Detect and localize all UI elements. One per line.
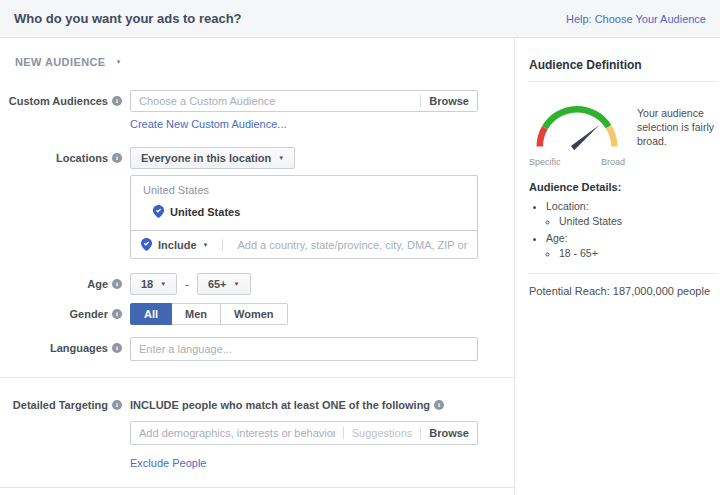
gender-label: Gender i [0, 308, 130, 320]
detailed-targeting-label: Detailed Targeting i [0, 394, 130, 471]
age-min-dropdown[interactable]: 18 ▼ [130, 273, 177, 295]
detailed-targeting-inputbox: Suggestions Browse [130, 421, 478, 445]
detail-age: Age: 18 - 65+ [546, 232, 717, 259]
include-heading: INCLUDE people who match at least ONE of… [130, 394, 444, 411]
location-search-input[interactable] [237, 239, 467, 251]
locations-scope-dropdown[interactable]: Everyone in this location ▼ [130, 147, 295, 169]
section-divider [0, 487, 514, 488]
chevron-down-icon: ▼ [116, 59, 122, 65]
gauge-specific-label: Specific [529, 157, 561, 167]
divider [420, 427, 421, 439]
detail-age-value: 18 - 65+ [559, 247, 717, 259]
include-dropdown[interactable]: Include ▼ [158, 239, 208, 251]
age-row: Age i 18 ▼ - 65+ ▼ [0, 273, 514, 295]
divider [529, 81, 717, 82]
create-custom-audience-link[interactable]: Create New Custom Audience... [130, 118, 287, 130]
locations-label: Locations i [0, 147, 130, 259]
gender-women-button[interactable]: Women [220, 303, 288, 325]
browse-button[interactable]: Browse [429, 427, 469, 439]
gauge-description: Your audience selection is fairly broad. [637, 98, 717, 149]
age-max-dropdown[interactable]: 65+ ▼ [197, 273, 251, 295]
info-icon[interactable]: i [112, 343, 122, 353]
age-label: Age i [0, 278, 130, 290]
age-range-separator: - [185, 278, 189, 290]
info-icon[interactable]: i [112, 96, 122, 106]
custom-audience-inputbox: Browse [130, 90, 478, 112]
locations-box: United States United States [130, 175, 478, 259]
gender-all-button[interactable]: All [130, 303, 172, 325]
location-region-label: United States [143, 184, 465, 196]
languages-input[interactable] [139, 343, 469, 355]
chevron-down-icon: ▼ [234, 281, 240, 287]
section-divider [0, 377, 514, 378]
gauge-broad-label: Broad [601, 157, 625, 167]
custom-audiences-label: Custom Audiences i [0, 90, 130, 132]
divider [343, 427, 344, 439]
browse-button[interactable]: Browse [429, 95, 469, 107]
divider [529, 273, 717, 274]
info-icon[interactable]: i [434, 400, 444, 410]
audience-details-list: Location: United States Age: 18 - 65+ [546, 200, 717, 259]
detailed-targeting-row: Detailed Targeting i INCLUDE people who … [0, 394, 514, 471]
exclude-people-link[interactable]: Exclude People [130, 457, 206, 469]
chevron-down-icon: ▼ [160, 281, 166, 287]
new-audience-label: NEW AUDIENCE [15, 56, 106, 68]
potential-reach: Potential Reach: 187,000,000 people [529, 285, 717, 297]
gender-row: Gender i All Men Women [0, 303, 514, 325]
locations-row: Locations i Everyone in this location ▼ … [0, 147, 514, 259]
audience-definition-title: Audience Definition [529, 58, 717, 72]
audience-definition-panel: Audience Definition Specific Broad Your [515, 38, 720, 495]
languages-inputbox [130, 337, 478, 361]
audience-details-heading: Audience Details: [529, 181, 717, 193]
location-search-row: Include ▼ [131, 230, 477, 258]
page-header: Who do you want your ads to reach? Help:… [0, 0, 720, 38]
divider [222, 239, 223, 251]
info-icon[interactable]: i [112, 279, 122, 289]
languages-row: Languages i [0, 337, 514, 361]
gauge-arc [529, 98, 625, 152]
info-icon[interactable]: i [112, 400, 122, 410]
gauge-needle [571, 125, 599, 150]
gender-men-button[interactable]: Men [171, 303, 221, 325]
selected-location[interactable]: United States [153, 205, 465, 218]
audience-page: Who do you want your ads to reach? Help:… [0, 0, 720, 495]
location-pin-icon [141, 238, 152, 251]
detailed-targeting-input[interactable] [139, 427, 335, 439]
audience-form: NEW AUDIENCE ▼ Custom Audiences i Browse [0, 38, 515, 495]
help-link[interactable]: Help: Choose Your Audience [566, 13, 706, 25]
detail-location: Location: United States [546, 200, 717, 227]
suggestions-button[interactable]: Suggestions [352, 427, 413, 439]
audience-gauge: Specific Broad [529, 98, 625, 167]
gender-segmented-control: All Men Women [130, 303, 288, 325]
new-audience-dropdown[interactable]: NEW AUDIENCE ▼ [15, 56, 122, 68]
location-pin-icon [153, 205, 164, 218]
languages-label: Languages i [0, 337, 130, 361]
custom-audiences-row: Custom Audiences i Browse Create New Cus… [0, 90, 514, 132]
custom-audience-input[interactable] [139, 95, 412, 107]
chevron-down-icon: ▼ [203, 242, 209, 248]
divider [420, 95, 421, 107]
info-icon[interactable]: i [112, 309, 122, 319]
detail-location-value: United States [559, 215, 717, 227]
info-icon[interactable]: i [112, 153, 122, 163]
chevron-down-icon: ▼ [278, 155, 284, 161]
page-title: Who do you want your ads to reach? [14, 11, 242, 26]
